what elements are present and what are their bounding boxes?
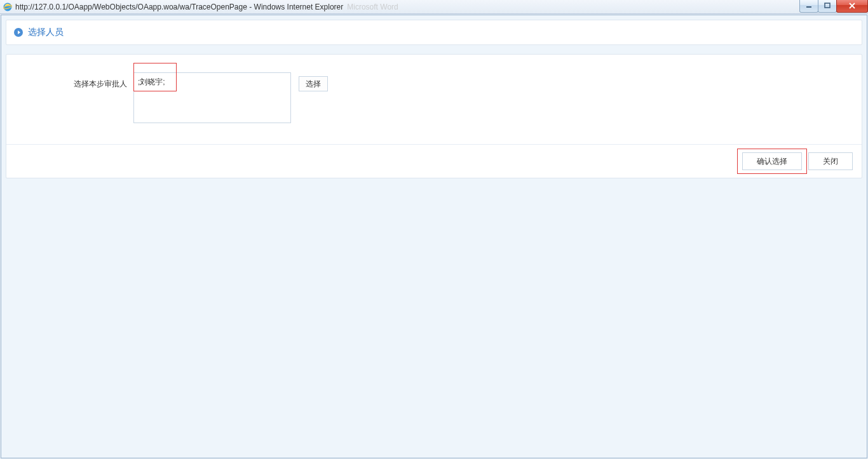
form-panel: 选择本步审批人 选择 确认选择 关闭 [6,54,862,178]
approver-row: 选择本步审批人 选择 [19,72,849,125]
confirm-button-wrap: 确认选择 [742,152,802,170]
svg-rect-3 [825,3,830,8]
ie-icon [3,2,13,12]
window-controls [800,0,868,13]
confirm-button[interactable]: 确认选择 [742,152,802,170]
minimize-button[interactable] [799,0,818,13]
panel-title: 选择人员 [28,27,64,38]
browser-window: http://127.0.0.1/OAapp/WebObjects/OAapp.… [0,0,868,459]
titlebar: http://127.0.0.1/OAapp/WebObjects/OAapp.… [0,0,868,14]
page: 选择人员 选择本步审批人 选择 [6,20,862,453]
approver-textarea[interactable] [133,72,291,123]
approver-label: 选择本步审批人 [19,72,133,90]
browser-client-area: 选择人员 选择本步审批人 选择 [0,14,868,459]
select-approver-button[interactable]: 选择 [299,76,328,91]
background-app-title: Microsoft Word [347,3,398,11]
svg-rect-2 [806,6,811,8]
window-title: http://127.0.0.1/OAapp/WebObjects/OAapp.… [15,3,343,11]
panel-actions: 确认选择 关闭 [6,145,862,178]
play-bullet-icon [14,28,23,37]
approver-textarea-wrap [133,72,291,125]
maximize-button[interactable] [818,0,837,13]
form-body: 选择本步审批人 选择 [6,55,862,145]
content-frame: 选择人员 选择本步审批人 选择 [1,15,867,458]
close-button[interactable]: 关闭 [808,152,853,170]
panel-header: 选择人员 [6,20,862,45]
close-window-button[interactable] [836,0,868,13]
